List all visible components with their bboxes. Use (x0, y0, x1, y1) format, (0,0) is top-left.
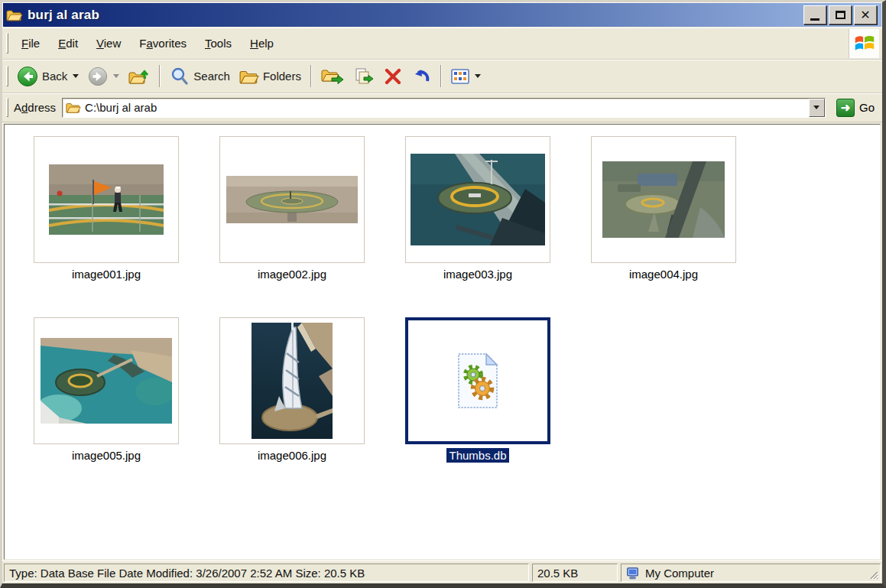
file-item-image002[interactable]: image002.jpg (219, 136, 365, 281)
resize-grip-icon[interactable] (868, 569, 879, 580)
undo-button[interactable] (407, 65, 436, 88)
file-name[interactable]: Thumbs.db (446, 448, 508, 463)
window-folder-icon (6, 8, 23, 22)
toolbar-separator (159, 65, 161, 87)
window-controls: ✕ (802, 4, 878, 26)
title-bar[interactable]: burj al arab ✕ (3, 3, 881, 27)
undo-arrow-icon (411, 67, 431, 86)
menu-help[interactable]: Help (241, 34, 283, 53)
search-label: Search (193, 70, 230, 83)
addressbar-grip[interactable] (6, 98, 8, 116)
back-button[interactable]: Back (12, 63, 83, 89)
menu-bar: File Edit View Favorites Tools Help (2, 28, 882, 60)
status-details: Type: Data Base File Date Modified: 3/26… (4, 564, 529, 582)
up-button[interactable] (124, 64, 154, 89)
address-input[interactable]: C:\burj al arab (85, 101, 805, 114)
thumbnail-image005 (34, 317, 179, 444)
thumbnail-image006 (219, 317, 365, 444)
thumbnail-thumbs-db (405, 317, 550, 444)
explorer-window: burj al arab ✕ File Edit View Favorites … (0, 0, 886, 588)
back-dropdown-icon[interactable] (73, 74, 79, 78)
file-name[interactable]: image005.jpg (70, 448, 143, 463)
copy-to-pages-icon (353, 67, 375, 86)
window-title: burj al arab (28, 8, 797, 23)
go-arrow-icon: ➜ (836, 99, 855, 117)
address-folder-icon (66, 101, 81, 114)
file-name[interactable]: image004.jpg (627, 267, 700, 281)
go-button[interactable]: ➜ Go (832, 99, 879, 117)
maximize-button[interactable] (829, 5, 852, 24)
windows-logo-icon (849, 29, 879, 58)
chevron-down-icon (813, 106, 819, 109)
menu-file[interactable]: File (12, 34, 49, 53)
address-dropdown-button[interactable] (809, 99, 825, 117)
forward-dropdown-icon[interactable] (113, 74, 119, 78)
folders-label: Folders (263, 70, 301, 83)
my-computer-icon (626, 566, 641, 580)
file-name[interactable]: image003.jpg (441, 267, 514, 281)
standard-toolbar: Back Search (2, 60, 882, 93)
forward-button[interactable] (83, 64, 124, 89)
minimize-button[interactable] (803, 5, 826, 24)
file-name[interactable]: image006.jpg (255, 448, 329, 463)
thumbnail-image003 (405, 136, 550, 263)
file-name[interactable]: image001.jpg (70, 267, 143, 281)
folder-view[interactable]: image001.jpg image002.jpg (4, 124, 881, 560)
status-size: 20.5 KB (532, 564, 618, 582)
file-item-image001[interactable]: image001.jpg (34, 136, 179, 281)
toolbar-separator (440, 65, 442, 87)
delete-button[interactable] (379, 65, 407, 88)
address-combo[interactable]: C:\burj al arab (62, 98, 826, 118)
views-button[interactable] (446, 67, 485, 86)
folders-button[interactable]: Folders (235, 66, 306, 87)
views-dropdown-icon[interactable] (475, 74, 481, 78)
back-arrow-icon (17, 66, 38, 87)
file-item-image005[interactable]: image005.jpg (34, 317, 179, 462)
close-button[interactable]: ✕ (854, 5, 877, 24)
close-icon: ✕ (860, 9, 870, 21)
up-folder-icon (128, 67, 150, 86)
address-bar: Address C:\burj al arab ➜ Go (2, 93, 882, 122)
status-bar: Type: Data Base File Date Modified: 3/26… (2, 560, 882, 583)
menu-favorites[interactable]: Favorites (130, 34, 196, 53)
go-label: Go (859, 101, 875, 114)
forward-arrow-icon (88, 67, 108, 86)
views-grid-icon (451, 69, 469, 84)
maximize-icon (836, 11, 845, 19)
thumbnail-image002 (219, 136, 365, 263)
move-to-button[interactable] (316, 65, 349, 88)
copy-to-button[interactable] (349, 65, 379, 88)
file-item-thumbs-db[interactable]: Thumbs.db (405, 317, 550, 462)
address-label: Address (12, 101, 62, 114)
toolbar-separator (310, 65, 312, 87)
status-zone: My Computer (621, 564, 881, 582)
database-file-icon (453, 351, 502, 411)
file-name[interactable]: image002.jpg (255, 267, 329, 281)
folders-icon (239, 68, 259, 85)
back-label: Back (42, 70, 67, 83)
thumbnail-image001 (34, 136, 179, 263)
file-item-image003[interactable]: image003.jpg (405, 136, 550, 281)
minimize-icon (810, 18, 819, 21)
move-to-folder-icon (321, 67, 344, 86)
search-button[interactable]: Search (165, 64, 235, 89)
menu-edit[interactable]: Edit (49, 34, 87, 53)
file-item-image004[interactable]: image004.jpg (591, 136, 736, 281)
file-item-image006[interactable]: image006.jpg (219, 317, 365, 462)
menubar-grip[interactable] (6, 33, 8, 54)
thumbnail-image004 (591, 136, 736, 263)
toolbar-grip[interactable] (6, 66, 8, 87)
search-icon (170, 67, 190, 86)
delete-x-icon (384, 67, 402, 86)
menu-tools[interactable]: Tools (196, 34, 241, 53)
menu-view[interactable]: View (87, 34, 130, 53)
